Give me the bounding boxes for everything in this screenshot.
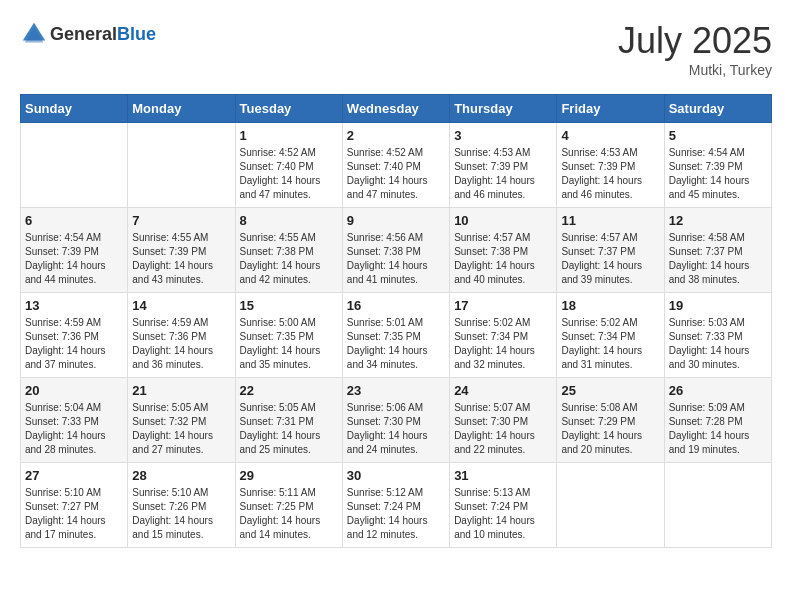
day-info: Sunrise: 5:05 AMSunset: 7:31 PMDaylight:… [240, 401, 338, 457]
calendar-cell: 6Sunrise: 4:54 AMSunset: 7:39 PMDaylight… [21, 208, 128, 293]
calendar-cell: 7Sunrise: 4:55 AMSunset: 7:39 PMDaylight… [128, 208, 235, 293]
day-info: Sunrise: 5:00 AMSunset: 7:35 PMDaylight:… [240, 316, 338, 372]
calendar-cell: 29Sunrise: 5:11 AMSunset: 7:25 PMDayligh… [235, 463, 342, 548]
calendar-cell: 27Sunrise: 5:10 AMSunset: 7:27 PMDayligh… [21, 463, 128, 548]
weekday-header: Tuesday [235, 95, 342, 123]
day-info: Sunrise: 4:53 AMSunset: 7:39 PMDaylight:… [454, 146, 552, 202]
day-number: 17 [454, 298, 552, 313]
logo-text-blue: Blue [117, 24, 156, 44]
calendar-cell: 16Sunrise: 5:01 AMSunset: 7:35 PMDayligh… [342, 293, 449, 378]
day-number: 13 [25, 298, 123, 313]
day-number: 23 [347, 383, 445, 398]
calendar-cell: 3Sunrise: 4:53 AMSunset: 7:39 PMDaylight… [450, 123, 557, 208]
day-number: 7 [132, 213, 230, 228]
day-info: Sunrise: 5:12 AMSunset: 7:24 PMDaylight:… [347, 486, 445, 542]
calendar-cell: 14Sunrise: 4:59 AMSunset: 7:36 PMDayligh… [128, 293, 235, 378]
calendar-cell: 5Sunrise: 4:54 AMSunset: 7:39 PMDaylight… [664, 123, 771, 208]
day-info: Sunrise: 5:03 AMSunset: 7:33 PMDaylight:… [669, 316, 767, 372]
weekday-header: Friday [557, 95, 664, 123]
calendar-cell: 4Sunrise: 4:53 AMSunset: 7:39 PMDaylight… [557, 123, 664, 208]
month-title: July 2025 [618, 20, 772, 62]
day-info: Sunrise: 5:11 AMSunset: 7:25 PMDaylight:… [240, 486, 338, 542]
day-number: 16 [347, 298, 445, 313]
calendar-cell [557, 463, 664, 548]
day-info: Sunrise: 4:54 AMSunset: 7:39 PMDaylight:… [25, 231, 123, 287]
calendar-cell: 18Sunrise: 5:02 AMSunset: 7:34 PMDayligh… [557, 293, 664, 378]
calendar-cell: 31Sunrise: 5:13 AMSunset: 7:24 PMDayligh… [450, 463, 557, 548]
day-number: 30 [347, 468, 445, 483]
day-info: Sunrise: 4:57 AMSunset: 7:38 PMDaylight:… [454, 231, 552, 287]
day-number: 19 [669, 298, 767, 313]
day-number: 5 [669, 128, 767, 143]
calendar-week-row: 27Sunrise: 5:10 AMSunset: 7:27 PMDayligh… [21, 463, 772, 548]
calendar-cell: 30Sunrise: 5:12 AMSunset: 7:24 PMDayligh… [342, 463, 449, 548]
day-number: 18 [561, 298, 659, 313]
weekday-header: Wednesday [342, 95, 449, 123]
day-info: Sunrise: 4:54 AMSunset: 7:39 PMDaylight:… [669, 146, 767, 202]
day-number: 27 [25, 468, 123, 483]
day-info: Sunrise: 4:59 AMSunset: 7:36 PMDaylight:… [132, 316, 230, 372]
calendar-cell: 1Sunrise: 4:52 AMSunset: 7:40 PMDaylight… [235, 123, 342, 208]
day-info: Sunrise: 5:08 AMSunset: 7:29 PMDaylight:… [561, 401, 659, 457]
weekday-header: Thursday [450, 95, 557, 123]
day-number: 14 [132, 298, 230, 313]
day-info: Sunrise: 4:59 AMSunset: 7:36 PMDaylight:… [25, 316, 123, 372]
page-header: GeneralBlue July 2025 Mutki, Turkey [20, 20, 772, 78]
calendar-cell: 26Sunrise: 5:09 AMSunset: 7:28 PMDayligh… [664, 378, 771, 463]
day-number: 10 [454, 213, 552, 228]
day-info: Sunrise: 4:56 AMSunset: 7:38 PMDaylight:… [347, 231, 445, 287]
logo-icon [20, 20, 48, 48]
day-number: 24 [454, 383, 552, 398]
calendar-week-row: 20Sunrise: 5:04 AMSunset: 7:33 PMDayligh… [21, 378, 772, 463]
day-info: Sunrise: 4:58 AMSunset: 7:37 PMDaylight:… [669, 231, 767, 287]
day-number: 3 [454, 128, 552, 143]
day-number: 6 [25, 213, 123, 228]
day-info: Sunrise: 5:01 AMSunset: 7:35 PMDaylight:… [347, 316, 445, 372]
location: Mutki, Turkey [618, 62, 772, 78]
weekday-header: Saturday [664, 95, 771, 123]
day-info: Sunrise: 4:55 AMSunset: 7:38 PMDaylight:… [240, 231, 338, 287]
calendar-table: SundayMondayTuesdayWednesdayThursdayFrid… [20, 94, 772, 548]
day-info: Sunrise: 4:53 AMSunset: 7:39 PMDaylight:… [561, 146, 659, 202]
calendar-cell [664, 463, 771, 548]
calendar-cell [128, 123, 235, 208]
day-number: 31 [454, 468, 552, 483]
day-number: 1 [240, 128, 338, 143]
day-info: Sunrise: 4:52 AMSunset: 7:40 PMDaylight:… [347, 146, 445, 202]
weekday-header: Sunday [21, 95, 128, 123]
day-number: 29 [240, 468, 338, 483]
day-number: 2 [347, 128, 445, 143]
day-number: 26 [669, 383, 767, 398]
calendar-cell: 21Sunrise: 5:05 AMSunset: 7:32 PMDayligh… [128, 378, 235, 463]
day-info: Sunrise: 4:52 AMSunset: 7:40 PMDaylight:… [240, 146, 338, 202]
day-info: Sunrise: 5:10 AMSunset: 7:27 PMDaylight:… [25, 486, 123, 542]
day-info: Sunrise: 5:13 AMSunset: 7:24 PMDaylight:… [454, 486, 552, 542]
calendar-cell: 11Sunrise: 4:57 AMSunset: 7:37 PMDayligh… [557, 208, 664, 293]
day-number: 22 [240, 383, 338, 398]
day-info: Sunrise: 5:07 AMSunset: 7:30 PMDaylight:… [454, 401, 552, 457]
calendar-week-row: 13Sunrise: 4:59 AMSunset: 7:36 PMDayligh… [21, 293, 772, 378]
calendar-cell: 2Sunrise: 4:52 AMSunset: 7:40 PMDaylight… [342, 123, 449, 208]
day-number: 8 [240, 213, 338, 228]
calendar-week-row: 6Sunrise: 4:54 AMSunset: 7:39 PMDaylight… [21, 208, 772, 293]
calendar-cell: 25Sunrise: 5:08 AMSunset: 7:29 PMDayligh… [557, 378, 664, 463]
calendar-cell: 22Sunrise: 5:05 AMSunset: 7:31 PMDayligh… [235, 378, 342, 463]
calendar-cell: 20Sunrise: 5:04 AMSunset: 7:33 PMDayligh… [21, 378, 128, 463]
day-info: Sunrise: 5:04 AMSunset: 7:33 PMDaylight:… [25, 401, 123, 457]
day-info: Sunrise: 5:09 AMSunset: 7:28 PMDaylight:… [669, 401, 767, 457]
day-number: 20 [25, 383, 123, 398]
day-number: 4 [561, 128, 659, 143]
calendar-cell: 8Sunrise: 4:55 AMSunset: 7:38 PMDaylight… [235, 208, 342, 293]
logo: GeneralBlue [20, 20, 156, 48]
calendar-cell: 13Sunrise: 4:59 AMSunset: 7:36 PMDayligh… [21, 293, 128, 378]
calendar-cell: 17Sunrise: 5:02 AMSunset: 7:34 PMDayligh… [450, 293, 557, 378]
calendar-cell: 23Sunrise: 5:06 AMSunset: 7:30 PMDayligh… [342, 378, 449, 463]
calendar-cell: 10Sunrise: 4:57 AMSunset: 7:38 PMDayligh… [450, 208, 557, 293]
calendar-cell: 19Sunrise: 5:03 AMSunset: 7:33 PMDayligh… [664, 293, 771, 378]
calendar-cell: 28Sunrise: 5:10 AMSunset: 7:26 PMDayligh… [128, 463, 235, 548]
day-number: 21 [132, 383, 230, 398]
day-info: Sunrise: 5:10 AMSunset: 7:26 PMDaylight:… [132, 486, 230, 542]
day-info: Sunrise: 4:55 AMSunset: 7:39 PMDaylight:… [132, 231, 230, 287]
logo-text-general: General [50, 24, 117, 44]
day-number: 25 [561, 383, 659, 398]
